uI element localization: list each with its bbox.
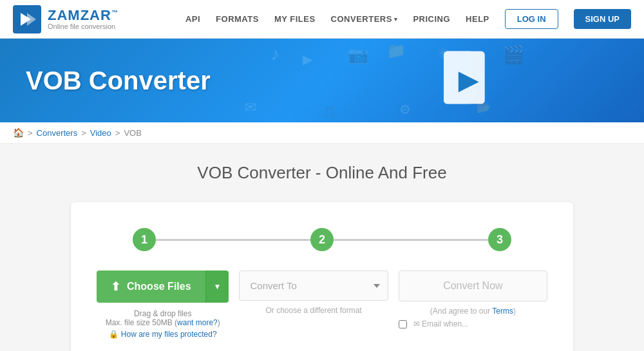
convert-now-group: Convert Now (And agree to our Terms) ✉ E… — [399, 270, 547, 328]
protected-files-link[interactable]: How are my files protected? — [121, 330, 217, 339]
choose-files-container: ⬆ Choose Files ▼ Drag & drop files Max. … — [97, 270, 229, 339]
convert-now-hint: (And agree to our Terms) — [399, 307, 547, 316]
header: ZAMZAR™ Online file conversion API FORMA… — [0, 0, 644, 39]
convert-to-hint: Or choose a different format — [239, 306, 388, 315]
choose-files-group: ⬆ Choose Files ▼ — [97, 270, 229, 303]
protected-link: 🔒 How are my files protected? — [97, 330, 229, 339]
choose-files-label: Choose Files — [127, 281, 191, 292]
logo-area: ZAMZAR™ Online file conversion — [13, 5, 118, 33]
logo-text-area: ZAMZAR™ Online file conversion — [48, 8, 118, 30]
step-line-1 — [156, 239, 310, 241]
breadcrumb: 🏠 > Converters > Video > VOB — [0, 122, 644, 144]
main-nav: API FORMATS MY FILES CONVERTERS ▾ PRICIN… — [185, 9, 631, 29]
breadcrumb-sep-2: > — [81, 128, 86, 138]
email-when-label: ✉ Email when... — [413, 319, 468, 328]
banner-title: VOB Converter — [26, 66, 211, 95]
controls-row: ⬆ Choose Files ▼ Drag & drop files Max. … — [97, 270, 547, 339]
nav-api[interactable]: API — [185, 14, 200, 24]
nav-formats[interactable]: FORMATS — [216, 14, 259, 24]
step-3-bubble: 3 — [488, 228, 511, 251]
logo-subtitle: Online file conversion — [48, 23, 118, 30]
svg-marker-1 — [27, 13, 36, 26]
breadcrumb-converters[interactable]: Converters — [37, 128, 78, 138]
breadcrumb-sep-3: > — [115, 128, 120, 138]
banner-file-icon — [438, 48, 502, 115]
want-more-link[interactable]: want more? — [177, 318, 218, 327]
page-title: VOB Converter - Online And Free — [13, 163, 631, 183]
step-2-bubble: 2 — [310, 228, 334, 251]
choose-files-dropdown-button[interactable]: ▼ — [205, 270, 229, 303]
converter-card: 1 2 3 ⬆ Choose Files ▼ Drag — [71, 202, 573, 351]
nav-converters[interactable]: CONVERTERS ▾ — [331, 14, 398, 24]
nav-pricing[interactable]: PRICING — [413, 14, 450, 24]
email-checkbox[interactable] — [399, 320, 407, 328]
breadcrumb-sep-1: > — [28, 128, 33, 138]
max-file-info: Max. file size 50MB (want more?) — [97, 318, 229, 327]
banner: ♪ ▶ ✉ 📷 🎵 📁 ⚙ 🔍 📂 🎬 VOB Converter — [0, 39, 644, 122]
terms-link[interactable]: Terms — [492, 307, 513, 316]
choose-files-button[interactable]: ⬆ Choose Files — [97, 270, 205, 303]
login-button[interactable]: LOG IN — [505, 9, 558, 29]
drag-drop-info: Drag & drop files Max. file size 50MB (w… — [97, 309, 229, 339]
converters-caret-icon: ▾ — [394, 16, 398, 23]
breadcrumb-current: VOB — [124, 128, 141, 138]
steps-row: 1 2 3 — [97, 228, 547, 251]
email-row: ✉ Email when... — [399, 319, 547, 328]
lock-icon: 🔒 — [109, 330, 118, 339]
nav-help[interactable]: HELP — [466, 14, 489, 24]
main-content: VOB Converter - Online And Free 1 2 3 ⬆ … — [0, 144, 644, 351]
nav-my-files[interactable]: MY FILES — [274, 14, 316, 24]
convert-now-button[interactable]: Convert Now — [399, 270, 547, 301]
step-1-bubble: 1 — [133, 228, 156, 251]
signup-button[interactable]: SIGN UP — [574, 9, 631, 29]
dropdown-arrow-icon: ▼ — [214, 282, 222, 291]
breadcrumb-video[interactable]: Video — [90, 128, 111, 138]
step-line-2 — [334, 239, 488, 241]
drag-drop-text: Drag & drop files — [97, 309, 229, 318]
logo-name: ZAMZAR™ — [48, 8, 118, 23]
convert-to-group: Convert To Or choose a different format — [239, 270, 388, 315]
home-icon[interactable]: 🏠 — [13, 128, 24, 138]
convert-to-select[interactable]: Convert To — [239, 270, 388, 301]
upload-icon: ⬆ — [111, 280, 120, 294]
logo-icon — [13, 5, 41, 33]
